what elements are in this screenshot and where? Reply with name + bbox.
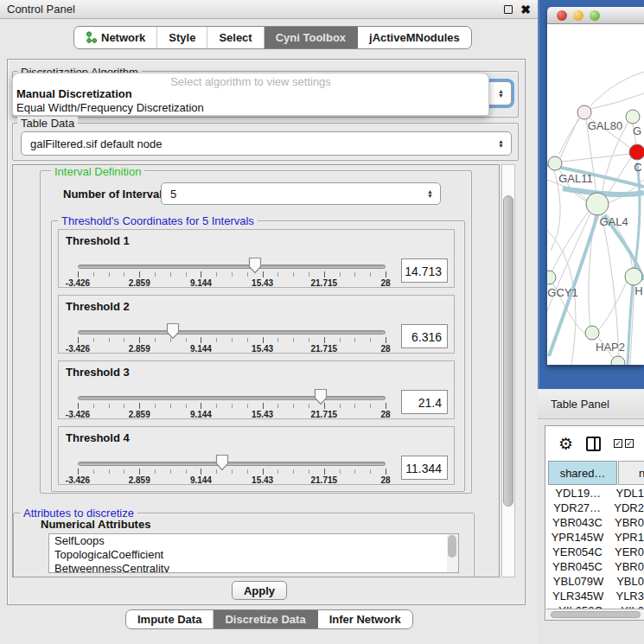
checkbox-icon[interactable]: ✓ (625, 439, 634, 448)
bottom-tab-infer-network[interactable]: Infer Network (318, 610, 412, 628)
column-header-shared[interactable]: shared… (548, 461, 617, 485)
table-row[interactable]: YBR043CYBR0 (546, 515, 644, 530)
zoom-traffic-light-icon[interactable] (590, 10, 600, 21)
table-row[interactable]: YPR145WYPR1 (546, 530, 644, 545)
bottom-tab-discretize-data[interactable]: Discretize Data (214, 610, 317, 628)
tick-mark (354, 404, 355, 408)
threshold-slider-track[interactable] (78, 462, 386, 466)
network-graph[interactable]: GAL80GCGAL11GAL4GCY1HHAP2 (547, 24, 644, 365)
dropdown-option-equal-width[interactable]: Equal Width/Frequency Discretization (13, 101, 488, 115)
table-row[interactable]: YDL19…YDL1 (546, 486, 644, 501)
settings-scrollbar[interactable] (501, 164, 515, 577)
table-row[interactable]: YLR345WYLR3 (546, 589, 644, 603)
threshold-value-field[interactable]: 11.344 (401, 456, 448, 480)
table-hscrollbar-thumb[interactable] (551, 611, 641, 618)
float-window-icon[interactable] (504, 5, 513, 14)
scale-label: -3.426 (66, 344, 90, 354)
tick-mark (93, 338, 94, 342)
tick-mark (186, 404, 187, 408)
network-node-gcy1[interactable] (547, 271, 556, 284)
table-cell-name: YBR0 (609, 559, 644, 574)
column-header-name[interactable]: na (618, 461, 644, 485)
threshold-slider-thumb[interactable] (215, 454, 229, 471)
threshold-slider-track[interactable] (78, 396, 386, 400)
gear-icon[interactable]: ⚙ (558, 436, 573, 452)
bottom-tab-impute-data[interactable]: Impute Data (126, 610, 214, 628)
minimize-traffic-light-icon[interactable] (573, 10, 583, 21)
tab-select[interactable]: Select (207, 27, 264, 48)
table-cell-name: YPR1 (609, 530, 644, 545)
network-node-gal11[interactable] (548, 156, 562, 170)
tick-mark (170, 469, 171, 474)
threshold-slider-track[interactable] (78, 265, 386, 269)
attributes-scrollbar-thumb[interactable] (448, 535, 456, 558)
network-heavy-edge[interactable] (634, 163, 640, 271)
close-icon[interactable]: ✖ (520, 5, 531, 14)
network-canvas[interactable]: GAL80GCGAL11GAL4GCY1HHAP2 (547, 24, 644, 365)
tick-mark (370, 404, 371, 408)
checkbox-icon[interactable]: ✓ (614, 439, 622, 448)
attribute-list-item[interactable]: SelfLoops (49, 534, 458, 548)
tick-mark (386, 271, 386, 277)
apply-button[interactable]: Apply (232, 581, 287, 600)
table-hscrollbar[interactable] (546, 609, 644, 620)
threshold-value-field[interactable]: 6.316 (401, 324, 448, 348)
settings-scrollbar-thumb[interactable] (503, 195, 513, 507)
algorithm-dropdown-popup: Select algorithm to view settings Manual… (12, 73, 489, 116)
dropdown-prompt: Select algorithm to view settings (13, 73, 488, 87)
tab-cyni-toolbox[interactable]: Cyni Toolbox (265, 27, 358, 48)
threshold-slider-thumb[interactable] (248, 257, 262, 274)
scale-label: -3.426 (66, 475, 90, 485)
tick-mark (170, 404, 171, 408)
threshold-panel-3: Threshold 3-3.4262.8599.14415.4321.71528… (58, 360, 455, 419)
attributes-scrollbar[interactable] (447, 534, 458, 572)
attribute-list-item[interactable]: BetweennessCentrality (49, 562, 458, 573)
table-cell-name: YER0 (609, 545, 644, 559)
network-node-gal4[interactable] (586, 193, 609, 215)
tick-mark (201, 403, 201, 409)
threshold-slider-thumb[interactable] (314, 388, 328, 405)
close-traffic-light-icon[interactable] (557, 10, 567, 21)
spinner-icon: ▲▼ (498, 89, 504, 98)
network-node-gal80[interactable] (577, 105, 591, 119)
network-node-hap2[interactable] (585, 326, 599, 340)
numerical-attributes-list[interactable]: SelfLoopsTopologicalCoefficientBetweenne… (48, 533, 459, 573)
intervals-combo[interactable]: 5 ▲▼ (161, 182, 441, 205)
threshold-value-field[interactable]: 14.713 (401, 258, 448, 283)
network-edge[interactable] (602, 214, 619, 358)
scale-label: 2.859 (129, 278, 150, 288)
threshold-slider-thumb[interactable] (166, 322, 180, 340)
network-node-c[interactable] (629, 144, 644, 160)
split-columns-icon[interactable] (586, 437, 601, 451)
network-edge[interactable] (562, 154, 630, 162)
control-panel: Control Panel ✖ NetworkStyleSelectCyni T… (0, 0, 538, 644)
tab-style[interactable]: Style (157, 27, 207, 48)
tick-mark (232, 469, 233, 474)
attribute-list-item[interactable]: TopologicalCoefficient (49, 548, 458, 562)
tab-label: Select (219, 31, 252, 44)
scale-label: 2.859 (129, 410, 150, 419)
network-node-h[interactable] (625, 268, 642, 285)
network-edge[interactable] (598, 282, 627, 330)
tab-jactivemnodules[interactable]: jActiveMNodules (358, 27, 471, 48)
network-edge[interactable] (560, 117, 579, 158)
network-window-titlebar[interactable] (547, 7, 644, 24)
scale-label: 2.859 (129, 344, 150, 354)
dropdown-option-manual[interactable]: Manual Discretization (13, 87, 488, 101)
tick-mark (354, 469, 355, 474)
tick-mark (78, 469, 79, 475)
tick-mark (109, 469, 110, 474)
network-edge[interactable] (590, 93, 644, 109)
table-row[interactable]: YBL079WYBL0 (546, 574, 644, 589)
threshold-slider-track[interactable] (78, 330, 386, 335)
table-row[interactable]: YBR045CYBR0 (546, 559, 644, 574)
table-row[interactable]: YDR27…YDR2 (546, 501, 644, 515)
threshold-value-field[interactable]: 21.4 (401, 390, 448, 414)
column-visibility-icons[interactable]: ✓ ✓ (614, 439, 634, 448)
network-node-g[interactable] (626, 110, 640, 124)
node-table-rows[interactable]: YDL19…YDL1YDR27…YDR2YBR043CYBR0YPR145WYP… (546, 486, 644, 609)
tab-network[interactable]: Network (74, 27, 157, 48)
table-row[interactable]: YER054CYER0 (546, 545, 644, 559)
scale-label: 21.715 (311, 344, 338, 354)
table-data-combo[interactable]: galFiltered.sif default node ▲▼ (21, 131, 512, 156)
